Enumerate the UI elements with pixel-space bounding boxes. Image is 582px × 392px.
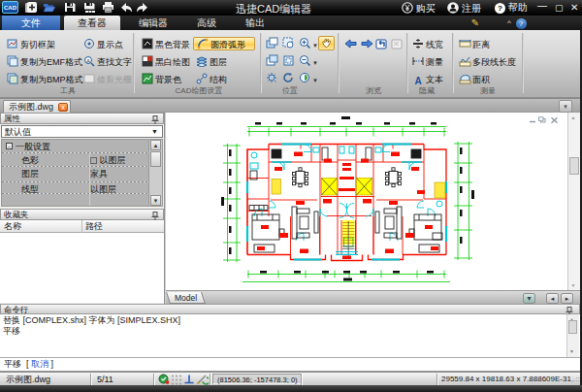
svg-text:A: A <box>86 58 90 64</box>
